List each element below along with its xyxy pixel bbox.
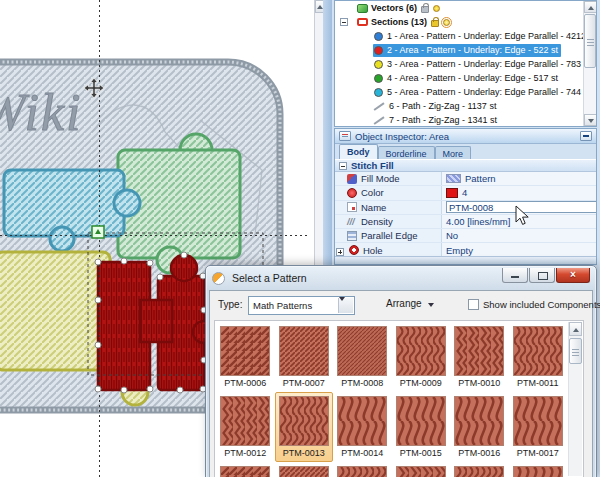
section-color-icon — [374, 60, 383, 69]
lock-icon[interactable] — [421, 6, 429, 13]
pattern-cell[interactable] — [275, 462, 334, 477]
pattern-cell-selected[interactable]: PTM-0013 — [275, 392, 334, 462]
tree-scrollbar[interactable] — [583, 1, 596, 126]
pattern-cell[interactable]: PTM-0012 — [216, 392, 275, 462]
tab-more[interactable]: More — [435, 146, 472, 159]
wiki-text: Wiki — [0, 84, 82, 141]
pattern-cell[interactable]: PTM-0007 — [275, 322, 334, 392]
parallel-edge-icon — [347, 231, 357, 241]
scroll-thumb[interactable] — [584, 14, 596, 68]
pattern-row-2: PTM-0012 PTM-0013 PTM-0014 PTM-0015 PTM-… — [216, 392, 568, 462]
pattern-cell[interactable] — [333, 462, 392, 477]
lock-icon[interactable] — [431, 20, 439, 27]
show-components-checkbox[interactable]: Show included Components only — [468, 299, 600, 310]
tab-body[interactable]: Body — [339, 144, 378, 159]
section-color-icon — [374, 74, 383, 83]
path-icon — [374, 116, 385, 125]
pattern-grid-scrollbar[interactable] — [568, 322, 582, 476]
sections-label: Sections (13) — [371, 15, 427, 29]
maximize-button[interactable] — [529, 268, 555, 283]
sections-tree[interactable]: Vectors (6) Sections (13) 1 - Area - Pat… — [334, 0, 597, 127]
minimize-button[interactable] — [502, 268, 528, 283]
property-row-parallel-edge[interactable]: Parallel Edge No — [335, 229, 596, 243]
pattern-grid[interactable]: PTM-0006 PTM-0007 PTM-0008 PTM-0009 PTM-… — [214, 320, 584, 477]
close-button[interactable]: × — [556, 268, 590, 283]
pattern-cell[interactable]: PTM-0014 — [333, 392, 392, 462]
arrange-dropdown[interactable]: Arrange — [386, 298, 434, 309]
dialog-body: Type: Math Patterns Arrange Show include… — [209, 290, 593, 477]
pattern-cell[interactable]: PTM-0011 — [509, 322, 568, 392]
tree-item-section-6[interactable]: 6 - Path - Zig-Zag - 1137 st — [335, 99, 596, 113]
object-inspector-header: Object Inspector: Area — [335, 129, 596, 144]
app-window: Wiki — [0, 0, 600, 477]
tree-item-section-3[interactable]: 3 - Area - Pattern - Underlay: Edge Para… — [335, 57, 596, 71]
scroll-down-button[interactable] — [584, 114, 597, 126]
pattern-cell[interactable]: PTM-0017 — [509, 392, 568, 462]
pattern-cell[interactable] — [509, 462, 568, 477]
visibility-icon[interactable] — [443, 19, 450, 26]
dialog-icon — [212, 272, 225, 285]
inspector-tabs: Body Borderline More — [335, 144, 596, 159]
section-color-icon — [374, 32, 383, 41]
tree-item-label: 5 - Area - Pattern - Underlay: Edge Para… — [387, 85, 591, 99]
pattern-cell[interactable]: PTM-0016 — [450, 392, 509, 462]
stitch-fill-group-header[interactable]: Stitch Fill — [335, 159, 596, 172]
next-group-header-clipped — [335, 256, 596, 264]
pattern-cell[interactable]: PTM-0009 — [392, 322, 451, 392]
tree-item-section-5[interactable]: 5 - Area - Pattern - Underlay: Edge Para… — [335, 85, 596, 99]
entry-point-marker — [92, 226, 104, 238]
pattern-cell[interactable] — [392, 462, 451, 477]
pattern-row-3-clipped — [216, 462, 568, 477]
pattern-swatch-icon — [446, 174, 461, 183]
type-selected-value: Math Patterns — [253, 300, 312, 311]
visibility-icon[interactable] — [433, 5, 440, 12]
tree-node-sections[interactable]: Sections (13) — [335, 15, 596, 29]
group-label: Stitch Fill — [351, 160, 394, 171]
property-row-density[interactable]: ///Density 4.00 [lines/mm] — [335, 215, 596, 229]
pattern-cell[interactable] — [450, 462, 509, 477]
density-icon: /// — [347, 217, 357, 227]
property-row-color[interactable]: Color 4 — [335, 186, 596, 200]
scroll-up-button[interactable] — [569, 322, 582, 336]
name-input[interactable]: PTM-0008 — [446, 201, 597, 213]
tree-item-label: 6 - Path - Zig-Zag - 1137 st — [389, 99, 496, 113]
property-row-name[interactable]: Name PTM-0008 — [335, 201, 596, 215]
section-color-icon — [374, 46, 383, 55]
checkbox-label: Show included Components only — [483, 299, 600, 310]
tree-item-section-4[interactable]: 4 - Area - Pattern - Underlay: Edge - 51… — [335, 71, 596, 85]
tree-item-section-7[interactable]: 7 - Path - Zig-Zag - 1341 st — [335, 113, 596, 127]
pattern-cell[interactable]: PTM-0015 — [392, 392, 451, 462]
tree-item-label: 4 - Area - Pattern - Underlay: Edge - 51… — [387, 71, 558, 85]
pattern-cell[interactable] — [216, 462, 275, 477]
property-row-fill-mode[interactable]: Fill Mode Pattern — [335, 172, 596, 186]
section-color-icon — [374, 88, 383, 97]
dialog-title: Select a Pattern — [232, 272, 307, 284]
dialog-titlebar[interactable]: Select a Pattern × — [206, 266, 596, 290]
pattern-cell[interactable]: PTM-0006 — [216, 322, 275, 392]
pattern-cell[interactable]: PTM-0008 — [333, 322, 392, 392]
arrange-label: Arrange — [386, 298, 422, 309]
expand-hole-icon[interactable] — [336, 248, 344, 256]
checkbox-box[interactable] — [468, 299, 479, 310]
vectors-label: Vectors (6) — [371, 1, 417, 15]
color-icon — [347, 188, 357, 198]
color-swatch[interactable] — [446, 188, 458, 198]
tree-node-vectors[interactable]: Vectors (6) — [335, 1, 596, 15]
pattern-row-1: PTM-0006 PTM-0007 PTM-0008 PTM-0009 PTM-… — [216, 322, 568, 392]
tree-item-label: 7 - Path - Zig-Zag - 1341 st — [389, 113, 497, 127]
tree-item-section-2[interactable]: 2 - Area - Pattern - Underlay: Edge - 52… — [335, 43, 596, 57]
minimize-panel-button[interactable] — [580, 131, 592, 141]
fill-mode-icon — [347, 174, 357, 184]
vectors-icon — [357, 4, 368, 13]
sections-icon — [357, 18, 368, 26]
object-inspector-panel: Object Inspector: Area Body Borderline M… — [334, 128, 597, 265]
scroll-up-button[interactable] — [584, 1, 597, 13]
tree-item-section-1[interactable]: 1 - Area - Pattern - Underlay: Edge Para… — [335, 29, 596, 43]
tab-borderline[interactable]: Borderline — [378, 146, 435, 159]
scroll-thumb[interactable] — [569, 338, 582, 364]
collapse-group-icon[interactable] — [339, 162, 347, 170]
collapse-expander-icon[interactable] — [340, 18, 348, 26]
pattern-type-select[interactable]: Math Patterns — [248, 296, 355, 315]
pattern-cell[interactable]: PTM-0010 — [450, 322, 509, 392]
inspector-title: Object Inspector: Area — [355, 131, 449, 142]
